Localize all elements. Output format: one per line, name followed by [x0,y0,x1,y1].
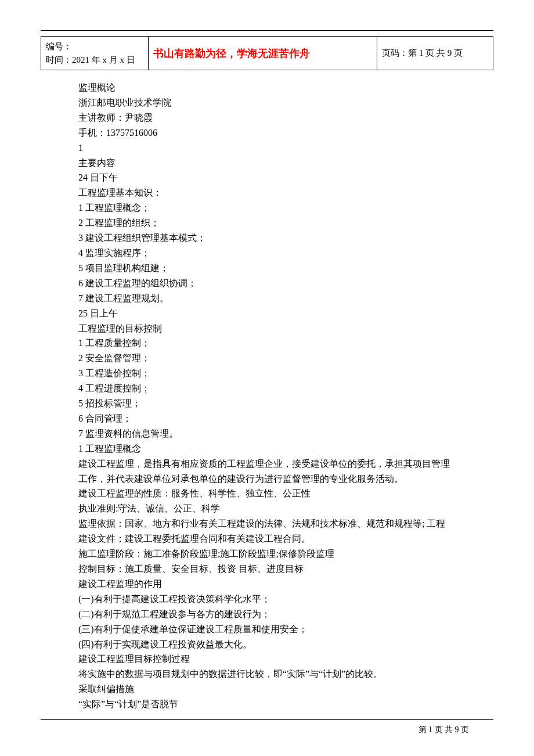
body-line: 建设工程监理目标控制过程 [78,651,493,667]
body-line: 控制目标：施工质量、安全目标、投资 目标、进度目标 [78,561,493,577]
body-line: 1 工程监理概念； [78,200,493,215]
body-line: 1 工程监理概念 [78,441,493,456]
body-line: 手机：13757516006 [78,125,493,141]
body-line: 24 日下午 [78,170,493,185]
top-horizontal-rule [41,30,493,31]
body-line: 建设工程监理的性质：服务性、科学性、独立性、公正性 [78,486,493,501]
header-right-cell: 页码：第 1 页 共 9 页 [377,37,493,70]
body-line: 执业准则:守法、诚信、公正、科学 [78,501,493,516]
body-line: 工程监理基本知识： [78,185,493,200]
body-line: (二)有利于规范工程建设参与各方的建设行为； [78,607,493,622]
body-line: 建设工程监理的作用 [78,577,493,592]
document-body: 监理概论浙江邮电职业技术学院主讲教师：尹晓霞手机：137575160061主要内… [78,80,493,712]
body-line: 3 建设工程组织管理基本模式； [78,231,493,246]
body-line: 6 合同管理； [78,411,493,426]
body-line: 4 工程进度控制； [78,381,493,396]
body-line: 施工监理阶段：施工准备阶段监理;施工阶段监理;保修阶段监理 [78,546,493,561]
body-line: 7 建设工程监理规划。 [78,291,493,306]
doc-time-label: 时间：2021 年 x 月 x 日 [46,53,143,67]
header-table: 编号： 时间：2021 年 x 月 x 日 书山有路勤为径，学海无涯苦作舟 页码… [41,36,493,70]
footer-horizontal-rule [41,719,493,720]
footer-page-number: 第 1 页 共 9 页 [418,725,470,735]
body-line: 3 工程造价控制； [78,366,493,381]
header-center-cell: 书山有路勤为径，学海无涯苦作舟 [148,37,377,70]
body-line: 监理概论 [78,80,493,95]
body-line: 7 监理资料的信息管理。 [78,426,493,441]
body-line: 1 [78,141,493,156]
body-line: (四)有利于实现建设工程投资效益最大化。 [78,637,493,652]
body-line: 2 工程监理的组织； [78,215,493,231]
body-line: 4 监理实施程序； [78,246,493,261]
body-line: 主要内容 [78,156,493,171]
body-line: (三)有利于促使承建单位保证建设工程质量和使用安全； [78,622,493,637]
body-line: 监理依据：国家、地方和行业有关工程建设的法律、法规和技术标准、规范和规程等; 工… [78,516,493,531]
body-line: 建设文件；建设工程委托监理合同和有关建设工程合同。 [78,531,493,546]
doc-id-label: 编号： [46,40,143,53]
header-page-label: 页码：第 1 页 共 9 页 [382,48,463,57]
body-line: 工作，并代表建设单位对承包单位的建设行为进行监督管理的专业化服务活动。 [78,471,493,487]
body-line: 主讲教师：尹晓霞 [78,110,493,125]
body-line: 5 项目监理机构组建； [78,261,493,276]
body-line: 将实施中的数据与项目规划中的数据进行比较，即“实际”与“计划”的比较。 [78,667,493,682]
body-line: 工程监理的目标控制 [78,321,493,336]
header-left-cell: 编号： 时间：2021 年 x 月 x 日 [41,37,149,70]
header-motto: 书山有路勤为径，学海无涯苦作舟 [153,48,310,59]
body-line: 1 工程质量控制； [78,336,493,351]
body-line: “实际”与“计划”是否脱节 [78,697,493,712]
body-line: 浙江邮电职业技术学院 [78,95,493,110]
body-line: 6 建设工程监理的组织协调； [78,276,493,291]
body-line: 采取纠偏措施 [78,682,493,697]
body-line: (一)有利于提高建设工程投资决策科学化水平； [78,592,493,607]
body-line: 建设工程监理，是指具有相应资质的工程监理企业，接受建设单位的委托，承担其项目管理 [78,456,493,471]
body-line: 5 招投标管理； [78,396,493,411]
body-line: 2 安全监督管理； [78,351,493,366]
body-line: 25 日上午 [78,306,493,321]
